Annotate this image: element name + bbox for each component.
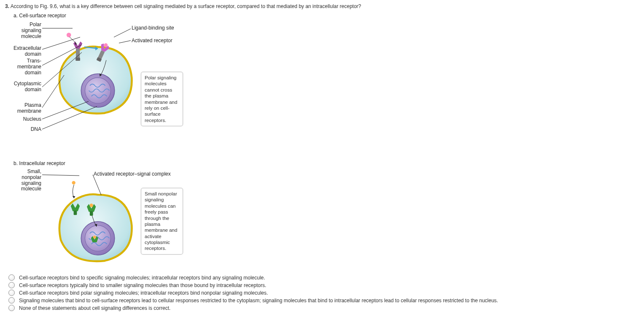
- label-activated-complex: Activated receptor–signal complex: [94, 171, 171, 177]
- radio-icon[interactable]: [8, 290, 15, 296]
- svg-rect-26: [90, 211, 93, 216]
- label-transmembrane-domain: Trans- membrane domain: [9, 58, 41, 76]
- option-text: Cell-surface receptors typically bind to…: [19, 282, 266, 288]
- label-cytoplasmic-domain: Cytoplasmic domain: [9, 81, 41, 93]
- radio-icon[interactable]: [8, 274, 15, 281]
- question-number: 3.: [5, 3, 9, 9]
- cell-diagram-b: [43, 169, 153, 279]
- svg-rect-3: [75, 57, 80, 61]
- radio-icon[interactable]: [8, 282, 15, 288]
- label-nucleus: Nucleus: [9, 117, 41, 122]
- svg-point-27: [90, 203, 93, 207]
- panel-a-title: a. Cell-surface receptor: [13, 13, 66, 19]
- option-b[interactable]: Cell-surface receptors typically bind to…: [8, 282, 639, 288]
- label-dna: DNA: [9, 127, 41, 133]
- note-panel-a: Polar signaling molecules cannot cross t…: [141, 72, 183, 126]
- answer-options: Cell-surface receptors bind to specific …: [8, 274, 639, 311]
- option-e[interactable]: None of these statements about cell sign…: [8, 305, 639, 311]
- radio-icon[interactable]: [8, 297, 15, 304]
- label-plasma-membrane: Plasma membrane: [9, 103, 41, 114]
- svg-point-29: [93, 236, 96, 239]
- figure-9-6: a. Cell-surface receptor: [9, 13, 199, 270]
- svg-rect-2: [76, 49, 80, 58]
- question-text: According to Fig. 9.6, what is a key dif…: [11, 3, 361, 9]
- label-polar-signaling-molecule: Polar signaling molecule: [9, 22, 41, 39]
- label-activated-receptor: Activated receptor: [132, 38, 172, 44]
- question-line: 3. According to Fig. 9.6, what is a key …: [5, 3, 639, 9]
- svg-point-9: [67, 33, 71, 38]
- label-small-nonpolar: Small, nonpolar signaling molecule: [9, 169, 41, 192]
- option-d[interactable]: Signaling molecules that bind to cell-su…: [8, 297, 639, 304]
- option-text: Cell-surface receptors bind polar signal…: [19, 290, 268, 296]
- panel-b-title: b. Intracellular receptor: [13, 160, 65, 166]
- option-text: None of these statements about cell sign…: [19, 305, 170, 311]
- option-text: Signaling molecules that bind to cell-su…: [19, 298, 498, 304]
- label-extracellular-domain: Extracellular domain: [9, 46, 41, 57]
- svg-point-23: [72, 181, 75, 184]
- note-panel-b: Small nonpolar signaling molecules can f…: [141, 188, 183, 255]
- svg-marker-24: [73, 196, 75, 198]
- label-ligand-binding-site: Ligand-binding site: [132, 25, 174, 31]
- svg-rect-25: [74, 211, 77, 215]
- option-c[interactable]: Cell-surface receptors bind polar signal…: [8, 290, 639, 296]
- radio-icon[interactable]: [8, 305, 15, 311]
